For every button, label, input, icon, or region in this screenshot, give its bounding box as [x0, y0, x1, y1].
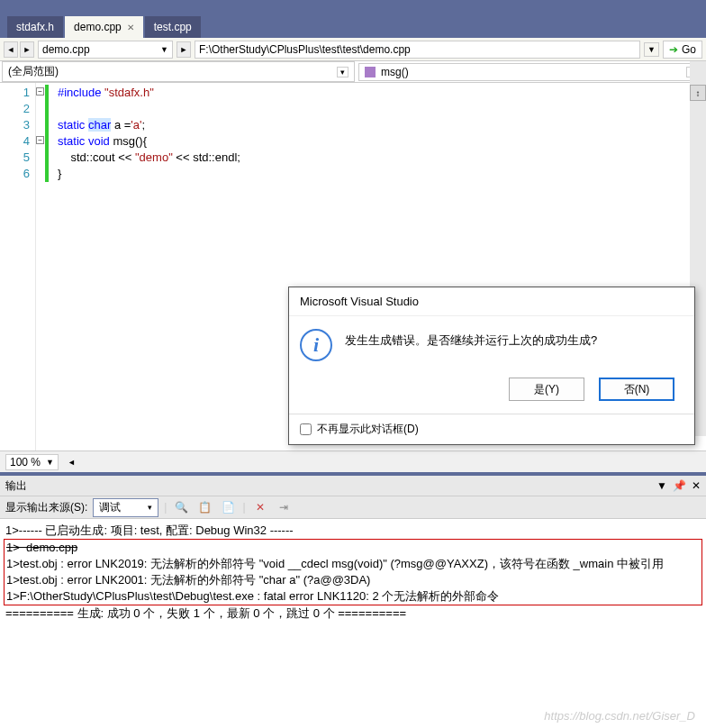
path-dropdown-icon[interactable]: ▼ [644, 42, 659, 57]
tab-stdafx[interactable]: stdafx.h [7, 16, 63, 38]
file-dropdown[interactable]: demo.cpp▼ [38, 41, 173, 59]
wrap-icon[interactable]: ⇥ [275, 498, 293, 516]
dropdown-icon[interactable]: ▼ [656, 479, 667, 492]
line-numbers: 123456 [0, 83, 36, 450]
scroll-left-icon[interactable]: ◄ [68, 458, 76, 467]
path-field[interactable]: F:\OtherStudy\CPlusPlus\test\test\demo.c… [195, 41, 640, 59]
copy-icon[interactable]: 📄 [219, 498, 237, 516]
nav-sep-icon[interactable]: ► [176, 41, 191, 58]
watermark: https://blog.csdn.net/Giser_D [544, 709, 695, 723]
nav-bar: ◄ ► demo.cpp▼ ► F:\OtherStudy\CPlusPlus\… [0, 38, 706, 61]
output-title: 输出 [5, 478, 27, 494]
output-text[interactable]: 1>------ 已启动生成: 项目: test, 配置: Debug Win3… [0, 519, 706, 692]
tab-demo[interactable]: demo.cpp✕ [65, 16, 143, 38]
dialog-title: Microsoft Visual Studio [289, 287, 694, 316]
error-dialog: Microsoft Visual Studio i 发生生成错误。是否继续并运行… [288, 287, 695, 445]
close-icon[interactable]: ✕ [127, 23, 134, 32]
dialog-message: 发生生成错误。是否继续并运行上次的成功生成? [345, 329, 597, 349]
scope-bar: (全局范围)▾ msg() ▾ [0, 61, 706, 83]
zoom-bar: 100 %▼ ◄ [0, 450, 706, 472]
method-icon [365, 67, 376, 77]
output-source-dropdown[interactable]: 调试▾ [93, 498, 158, 517]
member-dropdown[interactable]: msg() ▾ [358, 63, 704, 81]
clear-icon[interactable]: ✕ [251, 498, 269, 516]
scope-dropdown[interactable]: (全局范围)▾ [2, 61, 355, 82]
find-icon[interactable]: 🔍 [172, 498, 190, 516]
yes-button[interactable]: 是(Y) [509, 378, 584, 401]
output-source-label: 显示输出来源(S): [5, 500, 87, 515]
dont-show-checkbox[interactable] [300, 423, 312, 435]
pin-icon[interactable]: 📌 [673, 479, 686, 492]
go-button[interactable]: ➔Go [663, 41, 702, 59]
fold-gutter[interactable]: − − [36, 83, 58, 450]
zoom-dropdown[interactable]: 100 %▼ [5, 454, 59, 470]
split-grip-icon[interactable]: ↕ [690, 85, 706, 101]
close-panel-icon[interactable]: ✕ [692, 479, 701, 492]
tab-test[interactable]: test.cpp [145, 16, 201, 38]
dont-show-label: 不再显示此对话框(D) [317, 422, 419, 437]
goto-icon[interactable]: 📋 [195, 498, 213, 516]
output-panel: 输出 ▼ 📌 ✕ 显示输出来源(S): 调试▾ | 🔍 📋 📄 | ✕ ⇥ 1>… [0, 472, 706, 692]
nav-back-icon[interactable]: ◄ [4, 41, 18, 58]
file-tabs: stdafx.h demo.cpp✕ test.cpp [0, 13, 706, 38]
no-button[interactable]: 否(N) [599, 378, 674, 401]
nav-fwd-icon[interactable]: ► [20, 41, 34, 58]
info-icon: i [300, 329, 332, 361]
